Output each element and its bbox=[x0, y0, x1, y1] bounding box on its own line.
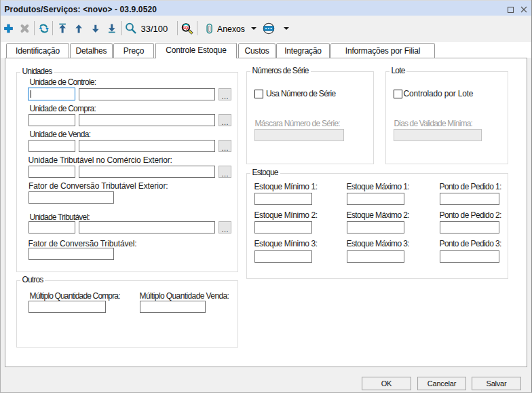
svg-text:SQL: SQL bbox=[183, 26, 190, 30]
